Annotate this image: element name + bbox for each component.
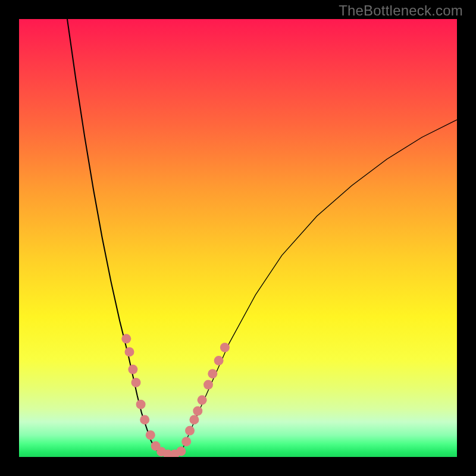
- marker-dot: [176, 446, 186, 456]
- marker-dot: [208, 369, 217, 378]
- marker-dot: [220, 343, 230, 352]
- marker-dot: [136, 400, 146, 409]
- marker-dot: [146, 430, 155, 440]
- marker-dot: [121, 334, 131, 343]
- marker-dot: [140, 415, 149, 424]
- plot-area: [19, 19, 457, 457]
- chart-frame: TheBottleneck.com: [0, 0, 476, 476]
- curve-right-branch: [181, 120, 457, 452]
- marker-dot: [181, 437, 191, 446]
- marker-dot: [189, 415, 199, 424]
- marker-dot: [128, 365, 137, 374]
- marker-dot: [131, 378, 141, 387]
- marker-dot: [185, 426, 195, 436]
- marker-dot: [214, 356, 224, 365]
- watermark-text: TheBottleneck.com: [339, 2, 463, 19]
- marker-dot: [125, 347, 134, 356]
- marker-dot: [193, 406, 202, 416]
- curve-left-branch: [67, 19, 181, 456]
- marker-dot: [203, 380, 213, 390]
- chart-svg: [19, 19, 457, 457]
- curves-group: [67, 19, 457, 456]
- marker-dot: [198, 395, 207, 405]
- marker-underlay: [126, 339, 225, 454]
